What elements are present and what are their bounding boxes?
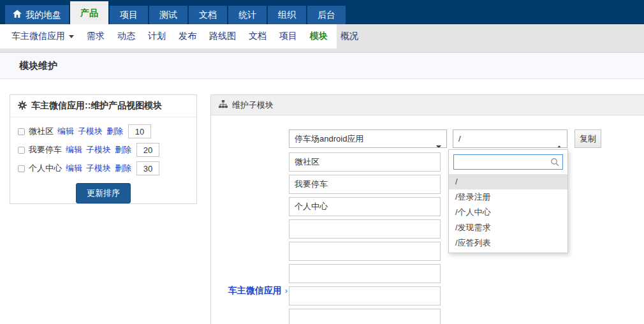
module-row: 微社区 编辑 子模块 删除 — [18, 124, 189, 138]
module-list-panel: 车主微信应用::维护产品视图模块 微社区 编辑 子模块 删除 我要停车 编辑 子… — [10, 94, 197, 204]
module-name: 微社区 — [29, 126, 54, 137]
submodule-name-input[interactable] — [289, 175, 441, 194]
home-icon — [13, 5, 22, 24]
maintain-submodule-panel: 维护子模块 停车场android应用 / 复制 车主微信应用› — [210, 94, 644, 324]
path-option[interactable]: /发现需求 — [449, 220, 567, 235]
nav-tab-my-dashboard[interactable]: 我的地盘 — [5, 5, 69, 24]
module-list-panel-title: 车主微信应用::维护产品视图模块 — [31, 100, 162, 112]
parent-module-select[interactable]: 停车场android应用 — [289, 129, 447, 148]
menu-item-project[interactable]: 项目 — [273, 31, 304, 42]
submodule-name-input[interactable] — [289, 286, 441, 306]
submodule-name-input[interactable] — [289, 309, 441, 324]
nav-tab-org[interactable]: 组织 — [268, 6, 306, 24]
nav-tab-test[interactable]: 测试 — [149, 6, 187, 24]
submodule-link[interactable]: 子模块 — [86, 144, 111, 156]
sub-menubar-inner: 车主微信应用 需求 动态 计划 发布 路线图 文档 项目 模块 概况 — [0, 24, 337, 48]
product-switcher-dropdown[interactable]: 车主微信应用 — [5, 31, 80, 42]
submodule-name-input[interactable] — [289, 242, 441, 261]
menu-item-plan[interactable]: 计划 — [142, 31, 172, 42]
module-row: 个人中心 编辑 子模块 删除 — [18, 161, 189, 175]
path-option[interactable]: /应答列表 — [449, 235, 567, 251]
nav-tab-product[interactable]: 产品 — [70, 1, 108, 24]
delete-link[interactable]: 删除 — [106, 126, 123, 137]
menu-item-module[interactable]: 模块 — [304, 31, 334, 42]
sort-row: 更新排序 — [10, 183, 196, 203]
caret-down-icon — [69, 35, 74, 38]
path-option[interactable]: /个人中心 — [449, 205, 567, 220]
module-name: 个人中心 — [29, 163, 62, 174]
path-select-dropdown: / /登录注册 /个人中心 /发现需求 /应答列表 — [448, 149, 568, 253]
parent-module-select-value: 停车场android应用 — [295, 134, 363, 144]
caret-down-icon — [436, 137, 441, 148]
maintain-submodule-header: 维护子模块 — [211, 95, 644, 115]
edit-link[interactable]: 编辑 — [57, 126, 74, 137]
submodule-name-input[interactable] — [289, 197, 441, 216]
path-select-value: / — [458, 134, 461, 144]
page-title: 模块维护 — [19, 60, 57, 72]
path-select[interactable]: / — [453, 129, 567, 148]
module-list-panel-header: 车主微信应用::维护产品视图模块 — [10, 95, 196, 117]
submodule-link[interactable]: 子模块 — [86, 163, 111, 174]
nav-tab-doc[interactable]: 文档 — [189, 6, 227, 24]
order-input[interactable] — [136, 143, 159, 157]
module-name: 我要停车 — [29, 144, 62, 156]
order-input[interactable] — [128, 124, 151, 138]
path-option[interactable]: /登录注册 — [449, 189, 567, 205]
module-checkbox[interactable] — [18, 165, 25, 172]
menu-item-story[interactable]: 需求 — [80, 31, 111, 42]
module-row: 我要停车 编辑 子模块 删除 — [18, 143, 189, 157]
submodule-name-input[interactable] — [289, 264, 441, 283]
tree-root-link[interactable]: 车主微信应用› — [217, 285, 288, 297]
nav-tab-stats[interactable]: 统计 — [228, 6, 267, 24]
app-screen: 我的地盘 产品 项目 测试 文档 统计 组织 后台 车主微信应用 需求 动态 计… — [0, 0, 644, 324]
main-navbar: 我的地盘 产品 项目 测试 文档 统计 组织 后台 — [0, 0, 644, 24]
sitemap-icon — [219, 100, 228, 110]
update-sort-button[interactable]: 更新排序 — [76, 183, 131, 203]
submodule-name-input[interactable] — [289, 219, 441, 239]
nav-tab-project[interactable]: 项目 — [110, 6, 148, 24]
maintain-submodule-body: 停车场android应用 / 复制 车主微信应用› — [211, 116, 644, 324]
delete-link[interactable]: 删除 — [115, 144, 131, 156]
edit-link[interactable]: 编辑 — [66, 163, 82, 174]
submodule-name-input[interactable] — [289, 152, 441, 172]
menu-item-doc[interactable]: 文档 — [242, 31, 273, 42]
nav-tab-admin[interactable]: 后台 — [307, 6, 346, 24]
menu-item-dynamic[interactable]: 动态 — [111, 31, 142, 42]
submodule-link[interactable]: 子模块 — [78, 126, 103, 137]
menu-item-release[interactable]: 发布 — [172, 31, 203, 42]
page-header: 模块维护 — [0, 52, 644, 79]
maintain-submodule-title: 维护子模块 — [232, 99, 274, 111]
caret-up-icon — [557, 137, 562, 148]
order-input[interactable] — [136, 161, 159, 175]
tree-root-label: 车主微信应用 — [228, 285, 282, 295]
edit-link[interactable]: 编辑 — [66, 144, 82, 156]
gear-icon — [18, 101, 27, 112]
dropdown-search-input[interactable] — [453, 154, 563, 170]
menu-item-roadmap[interactable]: 路线图 — [203, 31, 242, 42]
path-option-list: / /登录注册 /个人中心 /发现需求 /应答列表 — [449, 174, 567, 251]
module-checkbox[interactable] — [18, 128, 25, 135]
menu-item-overview[interactable]: 概况 — [334, 31, 365, 42]
path-option[interactable]: / — [449, 174, 567, 189]
sub-menubar: 车主微信应用 需求 动态 计划 发布 路线图 文档 项目 模块 概况 — [0, 24, 644, 52]
copy-button[interactable]: 复制 — [574, 129, 601, 148]
chevron-right-icon: › — [285, 286, 288, 295]
dropdown-search-wrap — [453, 154, 563, 170]
nav-tab-label: 我的地盘 — [26, 5, 61, 24]
search-icon — [550, 158, 559, 169]
module-checkbox[interactable] — [18, 147, 25, 154]
product-switcher-label: 车主微信应用 — [11, 31, 65, 42]
delete-link[interactable]: 删除 — [115, 163, 131, 174]
